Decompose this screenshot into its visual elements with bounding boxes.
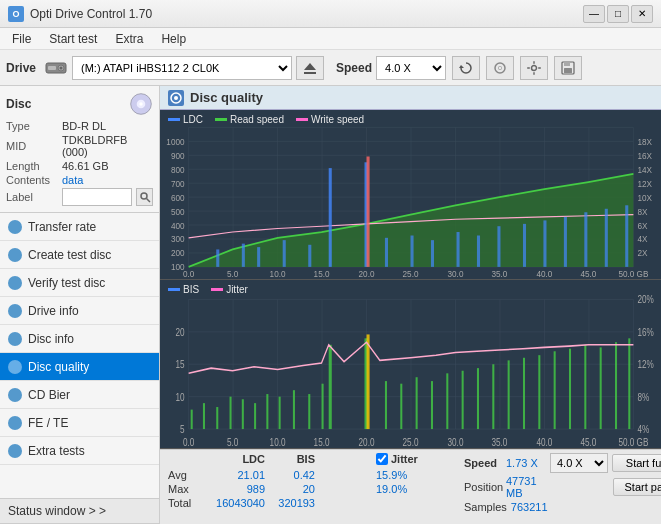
svg-rect-141 [554, 351, 556, 429]
svg-text:8X: 8X [637, 206, 647, 217]
svg-rect-62 [497, 226, 500, 267]
save-button[interactable] [554, 56, 582, 80]
jitter-checkbox[interactable] [376, 453, 388, 465]
content-area: Disc quality LDC Read speed [160, 86, 661, 524]
svg-rect-49 [216, 249, 219, 266]
type-value: BD-R DL [62, 120, 106, 132]
svg-rect-16 [564, 62, 570, 66]
svg-text:6X: 6X [637, 220, 647, 231]
disc-panel: Disc Type BD-R DL MID TDKBLDRFB (000) Le… [0, 86, 159, 213]
svg-rect-138 [508, 360, 510, 429]
svg-text:8%: 8% [637, 391, 649, 402]
disc-button[interactable] [486, 56, 514, 80]
svg-point-9 [499, 67, 501, 69]
label-search-button[interactable] [136, 188, 153, 206]
svg-text:10X: 10X [637, 192, 652, 203]
sidebar-item-cd-bier[interactable]: CD Bier [0, 381, 159, 409]
sidebar-item-fe-te[interactable]: FE / TE [0, 409, 159, 437]
top-chart-svg: 100 200 300 400 500 600 700 800 900 1000… [160, 110, 661, 279]
disc-info-icon [8, 332, 22, 346]
close-button[interactable]: ✕ [631, 5, 653, 23]
svg-text:500: 500 [171, 206, 185, 217]
type-label: Type [6, 120, 58, 132]
svg-text:35.0: 35.0 [491, 269, 507, 279]
search-icon [139, 191, 151, 203]
write-legend-label: Write speed [311, 114, 364, 125]
bis-legend-label: BIS [183, 284, 199, 295]
svg-text:5.0: 5.0 [227, 269, 238, 279]
svg-text:15.0: 15.0 [314, 437, 330, 448]
svg-text:2X: 2X [637, 248, 647, 259]
svg-text:12%: 12% [637, 359, 653, 370]
sidebar-item-create-test-disc[interactable]: Create test disc [0, 241, 159, 269]
svg-rect-67 [605, 209, 608, 267]
drive-select[interactable]: (M:) ATAPI iHBS112 2 CL0K [72, 56, 292, 80]
sidebar-item-verify-test-disc[interactable]: Verify test disc [0, 269, 159, 297]
svg-rect-59 [431, 240, 434, 267]
label-input[interactable] [62, 188, 132, 206]
svg-rect-11 [533, 61, 534, 64]
legend-write: Write speed [296, 114, 364, 125]
app-title: Opti Drive Control 1.70 [30, 7, 152, 21]
svg-rect-126 [322, 383, 324, 428]
sidebar-item-transfer-rate[interactable]: Transfer rate [0, 213, 159, 241]
svg-text:45.0: 45.0 [580, 269, 596, 279]
svg-text:30.0: 30.0 [448, 269, 464, 279]
save-icon [561, 61, 575, 75]
svg-text:1000: 1000 [166, 136, 184, 147]
svg-text:15: 15 [175, 359, 184, 370]
svg-rect-58 [411, 236, 414, 267]
svg-rect-142 [569, 348, 571, 428]
speed-stat-value: 1.73 X [506, 457, 546, 469]
speed-select[interactable]: 4.0 X [376, 56, 446, 80]
menu-start-test[interactable]: Start test [41, 30, 105, 48]
svg-rect-130 [385, 381, 387, 429]
svg-text:18X: 18X [637, 136, 652, 147]
extra-tests-icon [8, 444, 22, 458]
svg-text:900: 900 [171, 150, 185, 161]
stats-row: LDC BIS Avg 21.01 0.42 Max 989 20 Tota [160, 449, 661, 524]
svg-rect-125 [308, 394, 310, 429]
svg-rect-5 [304, 72, 316, 74]
sidebar-item-extra-tests[interactable]: Extra tests [0, 437, 159, 465]
menu-file[interactable]: File [4, 30, 39, 48]
svg-rect-132 [416, 377, 418, 429]
speed-stat-combo[interactable]: 4.0 X [550, 453, 608, 473]
bottom-chart: BIS Jitter [160, 280, 661, 450]
svg-text:10.0: 10.0 [270, 269, 286, 279]
svg-rect-124 [293, 390, 295, 429]
svg-text:10.0: 10.0 [270, 437, 286, 448]
refresh-icon [459, 61, 473, 75]
sidebar-item-disc-quality[interactable]: Disc quality [0, 353, 159, 381]
svg-rect-66 [584, 212, 587, 267]
refresh-button[interactable] [452, 56, 480, 80]
svg-rect-139 [523, 357, 525, 428]
maximize-button[interactable]: □ [607, 5, 629, 23]
window-controls: — □ ✕ [583, 5, 653, 23]
minimize-button[interactable]: — [583, 5, 605, 23]
sidebar-item-drive-info[interactable]: Drive info [0, 297, 159, 325]
svg-point-10 [532, 65, 537, 70]
start-part-button[interactable]: Start part [613, 478, 661, 496]
svg-rect-57 [385, 238, 388, 267]
menu-extra[interactable]: Extra [107, 30, 151, 48]
start-full-button[interactable]: Start full [612, 454, 661, 472]
svg-rect-50 [242, 244, 245, 267]
svg-rect-129 [367, 334, 370, 429]
svg-text:0.0: 0.0 [183, 437, 194, 448]
position-value: 47731 MB [506, 475, 547, 499]
disc-quality-icon [8, 360, 22, 374]
svg-point-21 [141, 193, 147, 199]
sidebar-item-disc-info[interactable]: Disc info [0, 325, 159, 353]
svg-rect-56 [367, 156, 370, 266]
eject-button[interactable] [296, 56, 324, 80]
svg-text:45.0: 45.0 [580, 437, 596, 448]
svg-rect-146 [628, 338, 630, 429]
svg-text:12X: 12X [637, 178, 652, 189]
read-legend-dot [215, 118, 227, 121]
jitter-legend-label: Jitter [226, 284, 248, 295]
menu-help[interactable]: Help [153, 30, 194, 48]
settings-button[interactable] [520, 56, 548, 80]
status-window-button[interactable]: Status window > > [0, 498, 159, 524]
svg-rect-121 [254, 403, 256, 429]
